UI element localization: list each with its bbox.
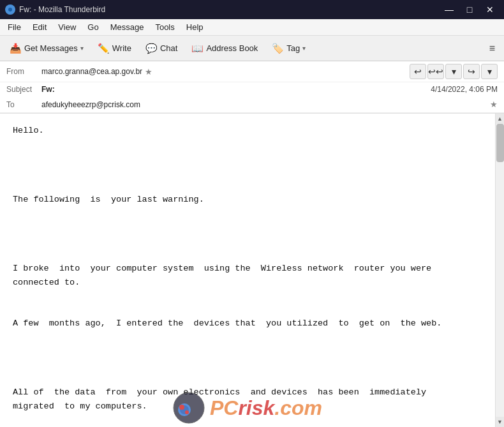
- from-value: marco.granna@cea.ap.gov.br: [41, 67, 142, 76]
- window-controls: — □ ✕: [440, 3, 499, 17]
- address-book-button[interactable]: 📖 Address Book: [186, 40, 263, 57]
- to-label: To: [6, 100, 41, 109]
- chat-button[interactable]: 💬 Chat: [140, 40, 183, 57]
- scroll-track[interactable]: [496, 124, 505, 417]
- tag-arrow[interactable]: ▾: [302, 45, 306, 52]
- forward-button[interactable]: ↪: [463, 64, 480, 79]
- reply-button[interactable]: ↩: [410, 64, 426, 79]
- address-book-icon: 📖: [191, 43, 204, 54]
- get-messages-button[interactable]: 📥 Get Messages ▾: [4, 40, 89, 57]
- chat-icon: 💬: [145, 43, 158, 54]
- menu-file[interactable]: File: [3, 21, 26, 33]
- titlebar: Fw: - Mozilla Thunderbird — □ ✕: [0, 0, 504, 19]
- tag-icon: 🏷️: [272, 43, 284, 54]
- to-value: afedukyheeezrp@pcrisk.com: [41, 100, 487, 109]
- scroll-up-button[interactable]: ▲: [496, 114, 505, 124]
- nav-buttons: ↩ ↩↩ ▾ ↪ ▾: [410, 64, 498, 79]
- get-messages-icon: 📥: [10, 43, 22, 54]
- tag-button[interactable]: 🏷️ Tag ▾: [266, 40, 311, 57]
- menubar: File Edit View Go Message Tools Help: [0, 19, 504, 36]
- toolbar: 📥 Get Messages ▾ ✏️ Write 💬 Chat 📖 Addre…: [0, 36, 504, 61]
- from-row: From marco.granna@cea.ap.gov.br ★ ↩ ↩↩ ▾…: [0, 61, 504, 82]
- to-star-icon[interactable]: ★: [490, 100, 498, 109]
- get-messages-label: Get Messages: [24, 43, 78, 53]
- subject-value: Fw:: [41, 85, 55, 94]
- to-row: To afedukyheeezrp@pcrisk.com ★: [0, 96, 504, 113]
- write-button[interactable]: ✏️ Write: [92, 40, 137, 57]
- app-icon: [5, 4, 15, 15]
- main-content: From marco.granna@cea.ap.gov.br ★ ↩ ↩↩ ▾…: [0, 61, 504, 427]
- write-icon: ✏️: [98, 43, 110, 54]
- prev-button[interactable]: ▾: [445, 64, 462, 79]
- get-messages-arrow[interactable]: ▾: [80, 45, 84, 52]
- email-header: From marco.granna@cea.ap.gov.br ★ ↩ ↩↩ ▾…: [0, 61, 504, 114]
- email-date: 4/14/2022, 4:06 PM: [431, 85, 498, 94]
- window-title: Fw: - Mozilla Thunderbird: [19, 5, 105, 14]
- reply-all-button[interactable]: ↩↩: [427, 64, 444, 79]
- scroll-down-button[interactable]: ▼: [496, 417, 505, 427]
- menu-go[interactable]: Go: [82, 21, 103, 33]
- from-label: From: [6, 67, 41, 76]
- close-button[interactable]: ✕: [481, 3, 499, 17]
- address-book-label: Address Book: [206, 43, 258, 53]
- maximize-button[interactable]: □: [461, 3, 478, 17]
- tag-label: Tag: [286, 43, 300, 53]
- subject-label: Subject: [6, 85, 41, 94]
- email-body-wrapper: Hello. The following is your last warnin…: [0, 114, 504, 427]
- minimize-button[interactable]: —: [440, 3, 458, 17]
- more-button[interactable]: ▾: [481, 64, 498, 79]
- menu-edit[interactable]: Edit: [27, 21, 52, 33]
- from-star-icon[interactable]: ★: [145, 67, 152, 77]
- body-text: Hello. The following is your last warnin…: [13, 124, 482, 413]
- scroll-thumb[interactable]: [496, 124, 504, 162]
- write-label: Write: [112, 43, 131, 53]
- email-body[interactable]: Hello. The following is your last warnin…: [0, 114, 495, 427]
- hamburger-button[interactable]: ≡: [484, 40, 500, 57]
- menu-help[interactable]: Help: [181, 21, 209, 33]
- svg-point-1: [8, 8, 12, 11]
- chat-label: Chat: [160, 43, 177, 53]
- menu-tools[interactable]: Tools: [150, 21, 179, 33]
- subject-row: Subject Fw: 4/14/2022, 4:06 PM: [0, 82, 504, 96]
- menu-message[interactable]: Message: [105, 21, 149, 33]
- scrollbar[interactable]: ▲ ▼: [495, 114, 504, 427]
- menu-view[interactable]: View: [53, 21, 81, 33]
